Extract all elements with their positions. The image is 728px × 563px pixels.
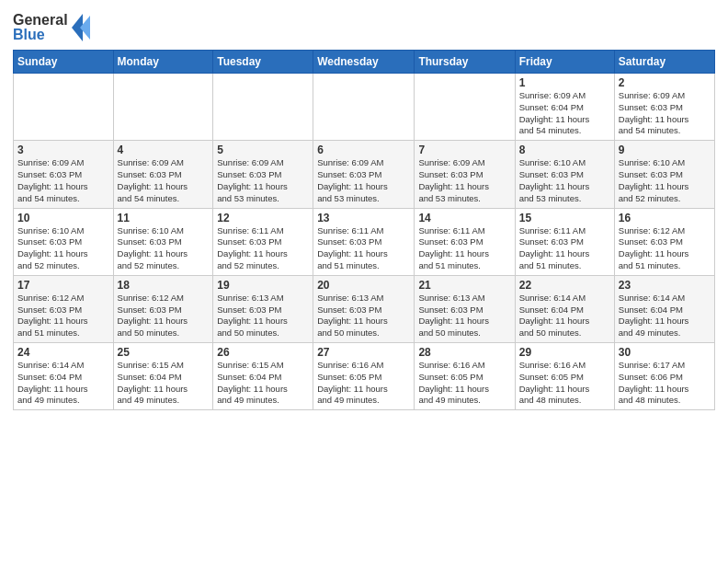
calendar-cell: 11Sunrise: 6:10 AM Sunset: 6:03 PM Dayli…	[113, 208, 213, 275]
calendar-cell: 15Sunrise: 6:11 AM Sunset: 6:03 PM Dayli…	[515, 208, 614, 275]
logo-container: General Blue	[13, 13, 90, 42]
day-info: Sunrise: 6:09 AM Sunset: 6:03 PM Dayligh…	[418, 157, 510, 204]
calendar-cell: 9Sunrise: 6:10 AM Sunset: 6:03 PM Daylig…	[614, 141, 714, 208]
calendar-cell: 13Sunrise: 6:11 AM Sunset: 6:03 PM Dayli…	[313, 208, 415, 275]
calendar-cell: 6Sunrise: 6:09 AM Sunset: 6:03 PM Daylig…	[313, 141, 415, 208]
day-number: 14	[418, 212, 510, 224]
day-number: 30	[619, 346, 711, 359]
weekday-header-wednesday: Wednesday	[313, 51, 415, 74]
day-info: Sunrise: 6:13 AM Sunset: 6:03 PM Dayligh…	[317, 293, 410, 339]
day-number: 29	[519, 346, 610, 359]
day-number: 16	[619, 212, 711, 224]
calendar-week-5: 24Sunrise: 6:14 AM Sunset: 6:04 PM Dayli…	[14, 343, 715, 410]
day-info: Sunrise: 6:16 AM Sunset: 6:05 PM Dayligh…	[317, 360, 410, 407]
calendar-cell: 10Sunrise: 6:10 AM Sunset: 6:03 PM Dayli…	[14, 208, 114, 275]
day-number: 25	[118, 346, 210, 359]
calendar-week-1: 1Sunrise: 6:09 AM Sunset: 6:04 PM Daylig…	[14, 74, 715, 141]
calendar-cell: 24Sunrise: 6:14 AM Sunset: 6:04 PM Dayli…	[14, 343, 114, 410]
day-info: Sunrise: 6:16 AM Sunset: 6:05 PM Dayligh…	[418, 360, 510, 407]
day-number: 9	[619, 144, 711, 156]
day-number: 23	[619, 279, 711, 292]
calendar-cell: 7Sunrise: 6:09 AM Sunset: 6:03 PM Daylig…	[415, 141, 515, 208]
day-info: Sunrise: 6:10 AM Sunset: 6:03 PM Dayligh…	[17, 225, 109, 272]
header: General Blue	[13, 9, 715, 42]
calendar-cell: 22Sunrise: 6:14 AM Sunset: 6:04 PM Dayli…	[515, 275, 614, 342]
calendar-cell: 1Sunrise: 6:09 AM Sunset: 6:04 PM Daylig…	[515, 74, 614, 141]
day-info: Sunrise: 6:13 AM Sunset: 6:03 PM Dayligh…	[418, 293, 510, 339]
calendar-cell: 30Sunrise: 6:17 AM Sunset: 6:06 PM Dayli…	[614, 343, 714, 410]
calendar-cell: 8Sunrise: 6:10 AM Sunset: 6:03 PM Daylig…	[515, 141, 614, 208]
day-number: 13	[317, 212, 410, 224]
calendar-cell: 25Sunrise: 6:15 AM Sunset: 6:04 PM Dayli…	[113, 343, 213, 410]
calendar-cell	[14, 74, 114, 141]
day-number: 28	[418, 346, 510, 359]
calendar-cell: 16Sunrise: 6:12 AM Sunset: 6:03 PM Dayli…	[614, 208, 714, 275]
calendar-cell	[415, 74, 515, 141]
calendar-cell: 17Sunrise: 6:12 AM Sunset: 6:03 PM Dayli…	[14, 275, 114, 342]
calendar-cell: 4Sunrise: 6:09 AM Sunset: 6:03 PM Daylig…	[113, 141, 213, 208]
day-number: 24	[17, 346, 109, 359]
day-number: 5	[217, 144, 309, 156]
weekday-header-friday: Friday	[515, 51, 614, 74]
calendar-cell: 21Sunrise: 6:13 AM Sunset: 6:03 PM Dayli…	[415, 275, 515, 342]
day-info: Sunrise: 6:15 AM Sunset: 6:04 PM Dayligh…	[217, 360, 309, 407]
day-number: 7	[418, 144, 510, 156]
calendar-cell: 12Sunrise: 6:11 AM Sunset: 6:03 PM Dayli…	[213, 208, 313, 275]
day-number: 15	[519, 212, 610, 224]
weekday-header-saturday: Saturday	[614, 51, 714, 74]
day-number: 21	[418, 279, 510, 292]
day-info: Sunrise: 6:15 AM Sunset: 6:04 PM Dayligh…	[118, 360, 210, 407]
day-number: 22	[519, 279, 610, 292]
day-info: Sunrise: 6:14 AM Sunset: 6:04 PM Dayligh…	[519, 293, 610, 339]
day-info: Sunrise: 6:09 AM Sunset: 6:03 PM Dayligh…	[317, 157, 410, 204]
calendar-cell: 5Sunrise: 6:09 AM Sunset: 6:03 PM Daylig…	[213, 141, 313, 208]
logo-arrow-icon	[72, 14, 90, 41]
day-info: Sunrise: 6:10 AM Sunset: 6:03 PM Dayligh…	[519, 157, 610, 204]
calendar-week-3: 10Sunrise: 6:10 AM Sunset: 6:03 PM Dayli…	[14, 208, 715, 275]
logo-wordmark: General Blue	[13, 13, 68, 42]
calendar-cell: 14Sunrise: 6:11 AM Sunset: 6:03 PM Dayli…	[415, 208, 515, 275]
day-number: 2	[619, 76, 711, 89]
day-info: Sunrise: 6:09 AM Sunset: 6:03 PM Dayligh…	[217, 157, 309, 204]
day-info: Sunrise: 6:14 AM Sunset: 6:04 PM Dayligh…	[17, 360, 109, 407]
day-number: 6	[317, 144, 410, 156]
day-number: 12	[217, 212, 309, 224]
day-info: Sunrise: 6:12 AM Sunset: 6:03 PM Dayligh…	[619, 225, 711, 272]
day-number: 1	[519, 76, 610, 89]
calendar-cell: 18Sunrise: 6:12 AM Sunset: 6:03 PM Dayli…	[113, 275, 213, 342]
day-info: Sunrise: 6:11 AM Sunset: 6:03 PM Dayligh…	[317, 225, 410, 272]
calendar-cell: 2Sunrise: 6:09 AM Sunset: 6:03 PM Daylig…	[614, 74, 714, 141]
day-number: 17	[17, 279, 109, 292]
calendar-cell	[213, 74, 313, 141]
calendar-cell: 28Sunrise: 6:16 AM Sunset: 6:05 PM Dayli…	[415, 343, 515, 410]
logo-general-text: General	[13, 13, 68, 28]
day-info: Sunrise: 6:09 AM Sunset: 6:03 PM Dayligh…	[118, 157, 210, 204]
calendar-cell: 20Sunrise: 6:13 AM Sunset: 6:03 PM Dayli…	[313, 275, 415, 342]
page: General Blue SundayMondayTuesdayWednesda…	[0, 0, 728, 423]
day-info: Sunrise: 6:13 AM Sunset: 6:03 PM Dayligh…	[217, 293, 309, 339]
weekday-header-thursday: Thursday	[415, 51, 515, 74]
day-number: 4	[118, 144, 210, 156]
logo: General Blue	[13, 9, 90, 42]
day-number: 3	[17, 144, 109, 156]
calendar-cell: 3Sunrise: 6:09 AM Sunset: 6:03 PM Daylig…	[14, 141, 114, 208]
calendar-cell: 27Sunrise: 6:16 AM Sunset: 6:05 PM Dayli…	[313, 343, 415, 410]
day-info: Sunrise: 6:11 AM Sunset: 6:03 PM Dayligh…	[418, 225, 510, 272]
day-info: Sunrise: 6:09 AM Sunset: 6:04 PM Dayligh…	[519, 90, 610, 137]
day-info: Sunrise: 6:16 AM Sunset: 6:05 PM Dayligh…	[519, 360, 610, 407]
day-number: 11	[118, 212, 210, 224]
day-info: Sunrise: 6:10 AM Sunset: 6:03 PM Dayligh…	[619, 157, 711, 204]
calendar-cell	[113, 74, 213, 141]
day-info: Sunrise: 6:17 AM Sunset: 6:06 PM Dayligh…	[619, 360, 711, 407]
calendar-cell: 19Sunrise: 6:13 AM Sunset: 6:03 PM Dayli…	[213, 275, 313, 342]
calendar-cell: 23Sunrise: 6:14 AM Sunset: 6:04 PM Dayli…	[614, 275, 714, 342]
weekday-header-tuesday: Tuesday	[213, 51, 313, 74]
day-number: 18	[118, 279, 210, 292]
day-info: Sunrise: 6:10 AM Sunset: 6:03 PM Dayligh…	[118, 225, 210, 272]
day-number: 10	[17, 212, 109, 224]
day-info: Sunrise: 6:09 AM Sunset: 6:03 PM Dayligh…	[17, 157, 109, 204]
day-number: 27	[317, 346, 410, 359]
day-info: Sunrise: 6:12 AM Sunset: 6:03 PM Dayligh…	[17, 293, 109, 339]
logo-blue-text: Blue	[13, 28, 68, 42]
weekday-header-row: SundayMondayTuesdayWednesdayThursdayFrid…	[14, 51, 715, 74]
